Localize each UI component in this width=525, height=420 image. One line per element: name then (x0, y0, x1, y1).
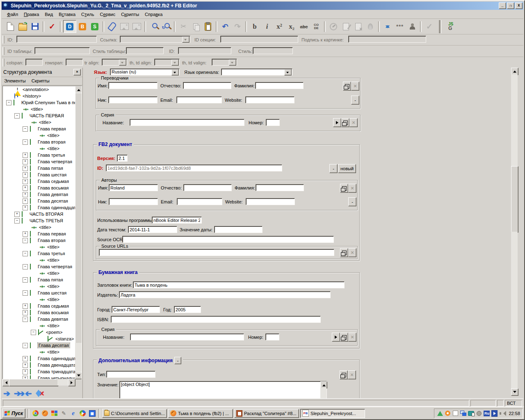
image-viewer-icon[interactable] (50, 409, 59, 418)
thtd-align-arrow[interactable] (171, 59, 179, 66)
main-scroll-thumb[interactable] (511, 166, 518, 233)
pen-icon[interactable]: ✎ (59, 409, 68, 418)
source-mode-icon[interactable]: S (89, 21, 101, 32)
hscroll-track[interactable] (57, 379, 69, 386)
date-value-input[interactable] (214, 226, 262, 233)
menu-правка[interactable]: Правка (21, 11, 42, 18)
version-input[interactable] (117, 155, 128, 162)
body-mode-icon[interactable]: B (76, 21, 89, 32)
close-button[interactable]: X (515, 2, 523, 9)
task-button[interactable]: C:\Documents and Settin... (102, 409, 167, 418)
keyboard-layout-icon[interactable] (468, 410, 474, 416)
expand-icon[interactable]: + (23, 192, 28, 197)
open-file-icon[interactable] (16, 21, 29, 32)
tree-item[interactable]: ***<title> (3, 283, 75, 290)
task-button[interactable]: Расклад "Солитера" #8... (234, 409, 299, 418)
series-delete-button[interactable]: × (349, 118, 358, 127)
scripts-js-icon[interactable]: JSG (445, 21, 457, 32)
isbn-input[interactable] (111, 316, 321, 323)
tr-website-input[interactable] (245, 96, 294, 103)
tree-item[interactable]: +Глава восьмая (3, 185, 75, 191)
find-icon[interactable] (148, 21, 160, 32)
task-button[interactable]: Тьма в полдень (fb2) | ... (168, 409, 233, 418)
collapse-icon[interactable]: − (23, 317, 28, 322)
tree-item[interactable]: <annotation> (3, 86, 75, 93)
collapse-icon[interactable]: − (23, 251, 28, 256)
paste-icon[interactable] (202, 21, 214, 32)
browser-window-icon[interactable]: ▣ (88, 409, 96, 418)
collapse-icon[interactable]: − (23, 238, 28, 243)
new-document-icon[interactable] (4, 21, 16, 32)
scroll-thumb[interactable] (75, 93, 82, 344)
tr-first-name-input[interactable] (108, 82, 158, 89)
id-input[interactable] (16, 36, 97, 43)
main-scroll-track-top[interactable] (511, 74, 518, 166)
collapse-icon[interactable]: − (23, 139, 28, 145)
firefox-icon[interactable] (41, 409, 49, 418)
series-number-input[interactable] (266, 119, 280, 126)
image-caption-input[interactable] (348, 36, 426, 43)
tree-item[interactable]: +Глава одиннадцатая (3, 355, 75, 362)
tree-item[interactable]: −Глава шестая (3, 290, 75, 296)
expand-icon[interactable]: + (23, 153, 28, 158)
player-tray-icon[interactable] (491, 410, 498, 416)
tr-duplicate-button[interactable] (343, 82, 351, 91)
expand-icon[interactable]: + (14, 212, 20, 217)
expand-icon[interactable]: + (23, 172, 28, 178)
scroll-down-icon[interactable] (75, 372, 82, 379)
paper-series-duplicate-button[interactable] (340, 333, 348, 342)
tree-item[interactable]: ***<title> (3, 145, 75, 152)
author-first-name-input[interactable] (109, 184, 158, 191)
panel-close-icon[interactable]: × (73, 69, 81, 75)
expand-icon[interactable]: + (23, 363, 28, 368)
collapse-icon[interactable]: − (23, 264, 28, 269)
collapse-icon[interactable]: − (23, 126, 28, 132)
tree-item[interactable]: −<poem> (3, 329, 75, 336)
source-urls-duplicate-button[interactable] (340, 248, 348, 257)
author-duplicate-button[interactable] (340, 184, 348, 193)
section-id-input[interactable] (220, 36, 298, 43)
tab-elements[interactable]: Элементы (4, 78, 26, 83)
tree-item[interactable]: <stanza> (3, 336, 75, 342)
go-back-icon[interactable]: ➔ (25, 389, 32, 397)
main-scroll-track-bottom[interactable] (511, 232, 518, 389)
chrome-icon[interactable] (31, 409, 40, 418)
source-urls-input[interactable] (99, 249, 334, 256)
tree-item[interactable]: ***<title> (3, 224, 75, 231)
main-vertical-scrollbar[interactable] (511, 68, 518, 396)
menu-вставка[interactable]: Вставка (56, 11, 78, 18)
subscript-icon[interactable]: x₂ (285, 21, 298, 32)
style-input[interactable] (253, 47, 293, 54)
tree-item[interactable]: +Глава седьмая (3, 303, 75, 309)
menu-скрипты[interactable]: Скрипты (118, 11, 142, 18)
menu-сервис[interactable]: Сервис (97, 11, 118, 18)
network-icon[interactable] (460, 410, 466, 416)
checkbox-icon[interactable] (452, 410, 459, 416)
thtd-valign-arrow[interactable] (229, 59, 236, 66)
menu-стиль[interactable]: Стиль (78, 11, 97, 18)
orig-language-combo[interactable] (221, 68, 292, 75)
language-combo[interactable]: Russian (ru) (110, 68, 180, 75)
collapse-icon[interactable]: − (23, 343, 28, 348)
author-email-input[interactable] (177, 198, 222, 205)
new-id-button[interactable]: новый (338, 164, 356, 173)
italic-icon[interactable]: i (261, 21, 273, 32)
minimize-button[interactable]: _ (499, 2, 506, 9)
expand-icon[interactable]: + (23, 310, 28, 315)
start-button[interactable]: Пуск (2, 409, 25, 418)
orig-language-combo-arrow[interactable] (284, 69, 292, 75)
collapse-icon[interactable]: − (14, 218, 20, 224)
tr-align-combo[interactable] (102, 59, 127, 66)
gdrive-icon[interactable] (437, 410, 443, 416)
extra-value-textarea[interactable] (119, 381, 327, 398)
menu-справка[interactable]: Справка (142, 11, 165, 18)
tree-item[interactable]: −Глава четвертая (3, 263, 75, 270)
tr-nick-input[interactable] (108, 96, 158, 103)
tree-item[interactable]: −Глава первая (3, 126, 75, 132)
validate-icon[interactable]: ✓ (46, 21, 58, 32)
tr-align-arrow[interactable] (119, 59, 126, 66)
paper-series-name-input[interactable] (130, 333, 244, 340)
year-input[interactable] (174, 306, 201, 313)
tree-item[interactable]: −Глава десятая (3, 342, 75, 349)
tr-middle-name-input[interactable] (183, 82, 231, 89)
